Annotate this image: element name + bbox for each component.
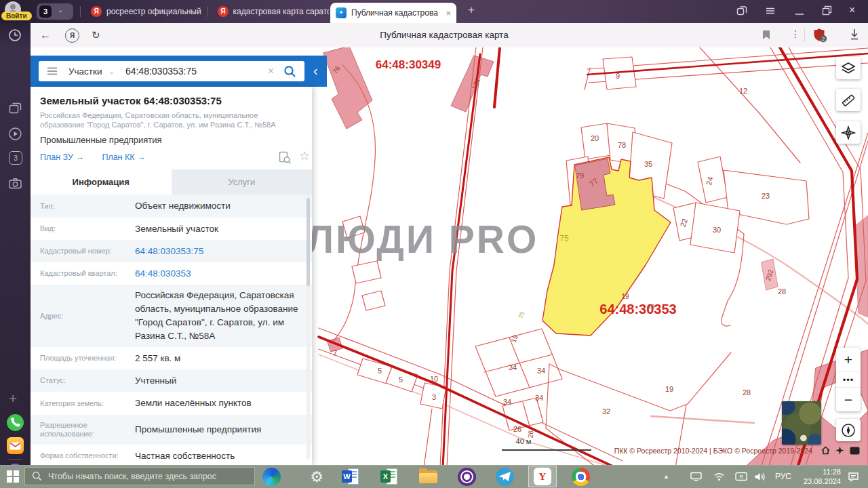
info-row: Разрешенное использование:Промышленные п… (31, 415, 312, 445)
start-button[interactable] (7, 470, 19, 483)
search-category-select[interactable]: Участки (68, 66, 102, 77)
more-options-icon[interactable]: ⋮ (791, 28, 800, 39)
search-icon[interactable] (283, 65, 296, 78)
tray-keyboard-layout-icon[interactable]: Я (735, 465, 747, 488)
tray-language[interactable]: РУС (775, 465, 791, 488)
info-row: Статус:Учтенный (31, 369, 312, 392)
home-icon[interactable] (821, 446, 830, 455)
close-tab-icon[interactable]: × (446, 8, 451, 18)
search-header: Участки ⌄ 64:48:030353:75 × ‹ (31, 56, 327, 87)
chevron-down-icon[interactable]: ⌄ (109, 68, 115, 75)
whatsapp-icon[interactable] (7, 414, 24, 431)
tray-clock[interactable]: 11:28 23.08.2024 (799, 467, 841, 486)
word-icon[interactable]: W (337, 465, 364, 488)
map-label: 79 (576, 171, 584, 180)
restore-window-icon[interactable] (822, 5, 832, 18)
tray-expand-icon[interactable]: ▲ (663, 465, 669, 488)
sparkle-icon[interactable] (835, 446, 844, 455)
cadastral-number-link[interactable]: 64:48:030353:75 (135, 241, 203, 262)
yandex-button[interactable]: Я (65, 28, 79, 43)
tray-volume-icon[interactable] (754, 465, 766, 488)
map-label: 28 (743, 388, 751, 396)
scale-bar (502, 449, 591, 451)
download-icon[interactable] (849, 28, 860, 43)
collapse-panel-icon[interactable]: ‹ (313, 62, 318, 79)
refresh-icon[interactable]: ↻ (92, 29, 100, 41)
signin-badge[interactable]: Войти (1, 12, 32, 20)
layers-icon (840, 61, 856, 76)
cadastral-quarter-link[interactable]: 64:48:030353 (135, 263, 191, 285)
search-input[interactable]: 64:48:030353:75 (125, 66, 268, 77)
settings-gear-icon[interactable]: ⚙ (303, 465, 330, 488)
windows-taskbar: Чтобы начать поиск, введите здесь запрос… (0, 465, 868, 488)
video-play-icon[interactable] (8, 127, 22, 141)
history-clock-icon[interactable] (8, 28, 22, 42)
map-label: 9 (616, 72, 620, 80)
minimize-icon[interactable] (795, 8, 804, 19)
watermark: ЛЮДИ PRO (307, 217, 538, 262)
chevron-down-icon[interactable]: ⌄ (58, 6, 63, 14)
tab-panels-icon[interactable] (736, 5, 747, 18)
tab-counter-group[interactable]: 3 ⌄ (37, 3, 73, 20)
info-row: Площадь уточненная:2 557 кв. м (31, 347, 312, 369)
chrome-icon[interactable] (567, 465, 594, 488)
compass-button[interactable] (836, 419, 861, 441)
zoom-controls: + ••• − (836, 348, 861, 411)
tor-browser-icon[interactable] (453, 465, 480, 488)
scrollbar-thumb[interactable] (307, 198, 310, 286)
tray-wifi-icon[interactable] (713, 465, 725, 488)
screen-icon[interactable] (850, 447, 860, 455)
tab-rosreestr[interactable]: Я росреестр официальный (85, 0, 206, 23)
action-center-icon[interactable] (848, 465, 859, 488)
favorite-star-icon[interactable]: ☆ (299, 148, 310, 163)
yandex-favicon: Я (218, 6, 229, 17)
svg-text:Я: Я (739, 474, 743, 480)
minimap-thumbnail[interactable] (782, 401, 821, 445)
menu-icon[interactable] (765, 5, 776, 18)
measure-button[interactable] (836, 89, 861, 111)
close-window-icon[interactable]: × (849, 4, 855, 16)
map-label: 19 (621, 293, 629, 300)
locate-button[interactable] (836, 121, 861, 144)
page-title: Публичная кадастровая карта (234, 30, 654, 40)
protect-shield-icon[interactable]: 2 (812, 28, 827, 43)
zoom-more-button[interactable]: ••• (836, 372, 861, 387)
map-label: 19 (665, 385, 673, 393)
screenshot-camera-icon[interactable] (8, 176, 22, 190)
back-button[interactable]: ← (40, 29, 51, 41)
parcel-address-summary: Российская Федерация, Саратовская област… (40, 110, 291, 129)
plan-zu-link[interactable]: План ЗУ → (40, 152, 84, 162)
add-panel-icon[interactable]: + (9, 390, 17, 407)
zoom-out-button[interactable]: − (836, 387, 861, 411)
plan-kk-link[interactable]: План КК → (102, 152, 145, 162)
tray-hardware-icon[interactable] (690, 465, 702, 488)
tab-services[interactable]: Услуги (172, 169, 313, 195)
tab-cadastral-search[interactable]: Я кадастровая карта сарато (212, 0, 329, 23)
new-tab-button[interactable]: + (468, 3, 475, 17)
tab-separator (80, 6, 81, 17)
position-icon (840, 125, 856, 141)
tabs-panel-icon[interactable] (8, 102, 22, 116)
layers-button[interactable] (836, 57, 861, 79)
panel-scrollbar[interactable] (307, 195, 310, 460)
doc-search-icon[interactable] (279, 151, 292, 164)
edge-icon[interactable] (258, 465, 285, 488)
tab-separator (208, 6, 208, 17)
map-label: 75 (559, 234, 569, 243)
tab-pkk-active[interactable]: ✦ Публичная кадастрова × (330, 3, 456, 23)
clear-search-icon[interactable]: × (268, 65, 274, 77)
telegram-icon[interactable] (491, 465, 518, 488)
file-explorer-icon[interactable] (414, 465, 441, 488)
excel-icon[interactable]: X (376, 465, 403, 488)
map-label: 64:48:30353 (599, 302, 676, 317)
taskbar-search[interactable]: Чтобы начать поиск, введите здесь запрос (24, 467, 255, 485)
tab-counter[interactable]: 3 (39, 5, 52, 18)
info-table: Тип:Объект недвижимости Вид:Земельный уч… (31, 195, 312, 465)
panel-menu-icon[interactable] (47, 66, 58, 76)
tab-information[interactable]: Информация (31, 169, 172, 195)
yandex-mail-icon[interactable] (7, 437, 24, 454)
zoom-in-button[interactable]: + (836, 348, 861, 372)
bookmark-icon[interactable] (762, 30, 770, 43)
yandex-browser-icon[interactable]: Y (528, 466, 557, 487)
tab-count-badge[interactable]: 3 (9, 151, 22, 165)
